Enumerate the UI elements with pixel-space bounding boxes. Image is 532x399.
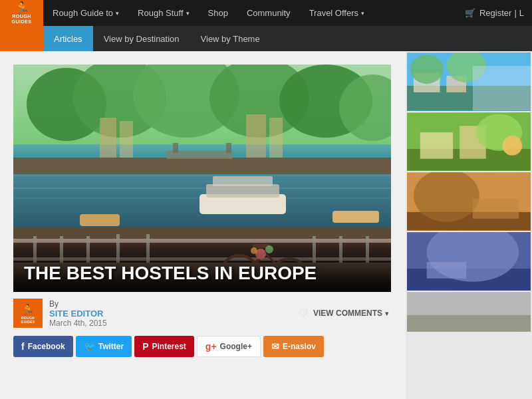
svg-rect-16 <box>13 158 391 174</box>
nav-shop[interactable]: Shop <box>199 0 237 26</box>
nav-rough-stuff[interactable]: Rough Stuff ▾ <box>128 0 198 26</box>
svg-point-51 <box>410 55 443 84</box>
content-wrapper: THE BEST HOSTELS IN EUROPE 🏃 ROUGHGUIDES… <box>0 51 532 399</box>
logo[interactable]: 🏃 ROUGHGUIDES <box>0 0 43 26</box>
svg-point-59 <box>502 136 522 156</box>
sub-nav-items: Articles View by Destination View by The… <box>43 26 271 51</box>
top-nav: 🏃 ROUGHGUIDES Rough Guide to ▾ Rough Stu… <box>0 0 532 26</box>
register-link[interactable]: Register <box>479 8 511 18</box>
svg-rect-7 <box>100 118 116 158</box>
author-avatar: 🏃 ROUGHGUIDES <box>13 299 43 328</box>
sub-nav-by-theme[interactable]: View by Theme <box>190 26 271 51</box>
sub-nav-logo <box>0 26 43 51</box>
chevron-down-icon: ▾ <box>186 10 190 17</box>
sidebar-card-5[interactable] <box>407 292 531 332</box>
svg-rect-69 <box>427 262 466 279</box>
chevron-down-icon: ▾ <box>385 310 388 317</box>
nav-items: Rough Guide to ▾ Rough Stuff ▾ Shop Comm… <box>43 0 465 26</box>
article-title: THE BEST HOSTELS IN EUROPE <box>24 263 317 284</box>
twitter-share-button[interactable]: 🐦 Twitter <box>76 336 132 357</box>
svg-rect-21 <box>80 214 120 226</box>
chevron-down-icon: ▾ <box>361 10 364 17</box>
svg-rect-53 <box>473 66 531 110</box>
social-share-row: f Facebook 🐦 Twitter P Pinterest g+ Goog… <box>13 333 391 360</box>
logo-text: ROUGHGUIDES <box>12 14 32 24</box>
chevron-down-icon: ▾ <box>116 10 119 17</box>
googleplus-share-button[interactable]: g+ Google+ <box>197 336 261 357</box>
author-by-label: By <box>49 299 299 309</box>
hero-image-container: THE BEST HOSTELS IN EUROPE <box>13 65 391 292</box>
sidebar-card-4[interactable] <box>407 232 531 291</box>
svg-rect-24 <box>173 143 178 153</box>
author-info: By SITE EDITOR March 4th, 2015 <box>49 299 299 328</box>
sub-nav: Articles View by Destination View by The… <box>0 26 532 51</box>
nav-community[interactable]: Community <box>237 0 300 26</box>
sidebar-img-2 <box>407 112 531 171</box>
nav-travel-offers[interactable]: Travel Offers ▾ <box>300 0 374 26</box>
sub-nav-by-destination[interactable]: View by Destination <box>93 26 190 51</box>
nav-right-actions: 🛒 Register | L <box>465 8 532 18</box>
svg-rect-12 <box>13 174 391 176</box>
svg-rect-10 <box>269 118 283 158</box>
author-date: March 4th, 2015 <box>49 319 299 328</box>
svg-rect-20 <box>213 176 273 186</box>
svg-rect-13 <box>13 181 391 182</box>
svg-rect-8 <box>120 121 133 158</box>
svg-rect-9 <box>246 114 266 158</box>
right-sidebar <box>406 51 532 399</box>
sidebar-card-3[interactable] <box>407 172 531 231</box>
svg-rect-56 <box>420 132 453 159</box>
sidebar-img-3 <box>407 172 531 231</box>
login-link[interactable]: L <box>519 8 524 18</box>
sidebar-img-1 <box>407 53 531 111</box>
email-icon: ✉ <box>271 341 279 352</box>
email-share-button[interactable]: ✉ E-naslov <box>263 336 324 357</box>
pinterest-share-button[interactable]: P Pinterest <box>134 336 194 357</box>
sidebar-card-2[interactable] <box>407 112 531 171</box>
avatar-runner-icon: 🏃 <box>21 303 35 316</box>
facebook-icon: f <box>21 341 25 352</box>
svg-rect-71 <box>407 315 531 332</box>
logo-runner-icon: 🏃 <box>15 2 29 14</box>
pinterest-icon: P <box>142 341 148 352</box>
svg-rect-22 <box>332 211 379 223</box>
heart-icon[interactable]: ♡ <box>299 307 308 320</box>
googleplus-icon: g+ <box>205 341 217 352</box>
nav-rough-guide[interactable]: Rough Guide to ▾ <box>43 0 128 26</box>
sidebar-card-1[interactable] <box>407 53 531 111</box>
author-name[interactable]: SITE EDITOR <box>49 309 299 319</box>
author-row: 🏃 ROUGHGUIDES By SITE EDITOR March 4th, … <box>13 292 391 333</box>
sidebar-img-5 <box>407 292 531 332</box>
svg-rect-63 <box>473 199 519 219</box>
svg-rect-25 <box>226 143 231 153</box>
sidebar-img-4 <box>407 232 531 291</box>
article-main: THE BEST HOSTELS IN EUROPE 🏃 ROUGHGUIDES… <box>0 51 406 399</box>
svg-rect-14 <box>13 188 391 189</box>
sub-nav-articles[interactable]: Articles <box>43 26 93 51</box>
facebook-share-button[interactable]: f Facebook <box>13 336 73 357</box>
twitter-icon: 🐦 <box>84 341 95 352</box>
nav-separator: | <box>514 8 516 18</box>
view-comments-button[interactable]: VIEW COMMENTS ▾ <box>313 309 391 318</box>
avatar-text: ROUGHGUIDES <box>21 316 35 324</box>
cart-icon: 🛒 <box>465 8 475 18</box>
hero-overlay: THE BEST HOSTELS IN EUROPE <box>13 239 391 292</box>
